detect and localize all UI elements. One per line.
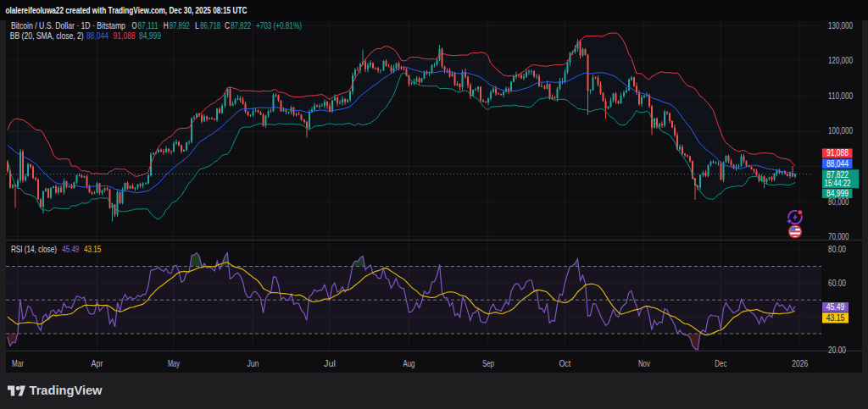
svg-text:+703 (+0.81%): +703 (+0.81%)	[256, 21, 302, 30]
svg-text:May: May	[168, 359, 180, 368]
svg-text:Nov: Nov	[638, 359, 650, 368]
svg-text:15:44:22: 15:44:22	[825, 179, 851, 188]
svg-text:43.15: 43.15	[826, 313, 845, 323]
svg-text:91,088: 91,088	[826, 148, 849, 158]
svg-text:120,000: 120,000	[828, 56, 853, 65]
svg-text:20.00: 20.00	[828, 345, 846, 355]
svg-text:L: L	[195, 21, 199, 30]
svg-text:80.00: 80.00	[828, 245, 846, 254]
svg-text:Mar: Mar	[12, 359, 25, 368]
svg-text:87,892: 87,892	[170, 21, 190, 30]
svg-text:Aug: Aug	[403, 359, 415, 368]
svg-text:Oct: Oct	[559, 359, 570, 368]
svg-text:RSI (14, close): RSI (14, close)	[11, 245, 57, 254]
svg-text:H: H	[164, 21, 169, 30]
svg-text:45.49: 45.49	[826, 302, 845, 312]
svg-text:110,000: 110,000	[828, 91, 853, 101]
svg-text:60.00: 60.00	[828, 279, 846, 288]
svg-text:olalereifeoluwa22 created with: olalereifeoluwa22 created with TradingVi…	[5, 5, 247, 15]
svg-text:Jul: Jul	[324, 359, 336, 368]
svg-text:2026: 2026	[792, 359, 808, 368]
svg-text:TradingView: TradingView	[30, 384, 103, 397]
svg-text:100,000: 100,000	[828, 126, 853, 135]
svg-text:88,044: 88,044	[826, 159, 849, 169]
svg-text:BB (20, SMA, close, 2): BB (20, SMA, close, 2)	[10, 31, 84, 41]
svg-text:Dec: Dec	[715, 359, 726, 368]
svg-text:91,088: 91,088	[114, 31, 136, 41]
svg-text:88,044: 88,044	[86, 31, 108, 41]
svg-text:84,999: 84,999	[826, 189, 849, 198]
svg-text:Sep: Sep	[482, 359, 494, 368]
svg-text:86,718: 86,718	[200, 21, 220, 30]
svg-text:80,000: 80,000	[828, 197, 849, 207]
svg-text:45.49: 45.49	[62, 245, 79, 254]
svg-text:84,999: 84,999	[139, 31, 161, 41]
svg-text:C: C	[225, 21, 230, 30]
svg-text:O: O	[131, 21, 136, 30]
svg-text:Jun: Jun	[247, 359, 259, 368]
svg-text:87,822: 87,822	[231, 21, 251, 30]
svg-text:43.15: 43.15	[84, 245, 101, 254]
svg-text:87,111: 87,111	[138, 21, 159, 30]
svg-text:Bitcoin / U.S. Dollar · 1D · B: Bitcoin / U.S. Dollar · 1D · Bitstamp	[11, 21, 125, 30]
svg-text:Apr: Apr	[91, 359, 103, 368]
svg-text:70,000: 70,000	[828, 232, 849, 241]
svg-text:130,000: 130,000	[828, 21, 853, 30]
